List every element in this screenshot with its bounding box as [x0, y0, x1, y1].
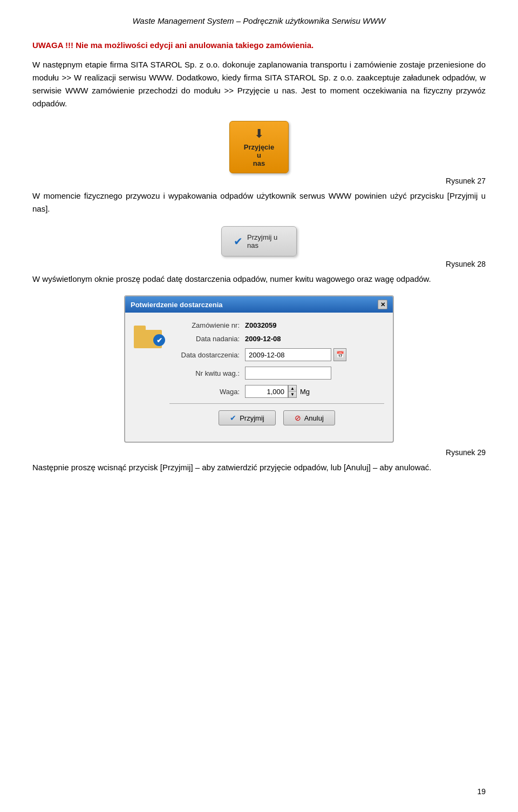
waybill-label: Nr kwitu wag.: — [169, 369, 245, 377]
download-icon: ⬇ — [254, 127, 264, 141]
send-date-label: Data nadania: — [169, 335, 245, 343]
cancel-button-label: Anuluj — [304, 414, 324, 422]
warning-text: UWAGA !!! Nie ma możliwości edycji ani a… — [32, 40, 486, 50]
dialog-content: ✔ Zamówienie nr: Z0032059 Data nadania: … — [125, 313, 393, 442]
weight-input-group: ▲ ▼ Mg — [245, 385, 310, 398]
body-paragraph-3: W wyświetlonym oknie proszę podać datę d… — [32, 273, 486, 286]
weight-spinner[interactable]: ▲ ▼ — [288, 385, 297, 398]
waybill-input[interactable] — [245, 367, 331, 380]
weight-label: Waga: — [169, 388, 245, 396]
figure-28: ✔ Przyjmij u nas — [32, 226, 486, 256]
dialog-icon-area: ✔ — [134, 321, 162, 433]
dialog-buttons: ✔ Przyjmij ⊘ Anuluj — [169, 410, 384, 433]
delivery-date-label: Data dostarczenia: — [169, 351, 245, 359]
przyjecie-button-label: Przyjęcie unas — [242, 143, 276, 167]
cancel-icon: ⊘ — [295, 414, 301, 422]
weight-input[interactable] — [245, 385, 288, 398]
folder-icon: ✔ — [134, 326, 162, 348]
figure-caption-29: Rysunek 29 — [32, 448, 486, 457]
dialog-box: Potwierdzenie dostarczenia ✕ ✔ Zamówieni… — [124, 295, 394, 443]
send-date-row: Data nadania: 2009-12-08 — [169, 335, 384, 343]
body-paragraph-2: W momencie fizycznego przywozu i wypakow… — [32, 190, 486, 215]
przyjmij-button-image[interactable]: ✔ Przyjmij u nas — [221, 226, 297, 256]
page-header: Waste Management System – Podręcznik uży… — [32, 16, 486, 25]
order-label: Zamówienie nr: — [169, 321, 245, 329]
order-value: Z0032059 — [245, 321, 277, 329]
calendar-button[interactable]: 📅 — [333, 348, 346, 361]
figure-27: ⬇ Przyjęcie unas — [32, 121, 486, 173]
waybill-row: Nr kwitu wag.: — [169, 367, 384, 380]
weight-up-button[interactable]: ▲ — [289, 385, 296, 392]
accept-button[interactable]: ✔ Przyjmij — [219, 410, 276, 425]
delivery-date-input-group: 📅 — [245, 348, 346, 361]
figure-29: Potwierdzenie dostarczenia ✕ ✔ Zamówieni… — [32, 295, 486, 443]
dialog-title: Potwierdzenie dostarczenia — [131, 301, 223, 309]
przyjmij-button-label: Przyjmij u nas — [247, 233, 284, 249]
figure-caption-28: Rysunek 28 — [32, 260, 486, 268]
page-number: 19 — [477, 787, 486, 796]
accept-button-label: Przyjmij — [240, 414, 264, 422]
dialog-fields: Zamówienie nr: Z0032059 Data nadania: 20… — [169, 321, 384, 433]
folder-check-icon: ✔ — [153, 334, 165, 346]
przyjecie-button-image[interactable]: ⬇ Przyjęcie unas — [229, 121, 289, 173]
weight-row: Waga: ▲ ▼ Mg — [169, 385, 384, 398]
weight-down-button[interactable]: ▼ — [289, 392, 296, 398]
delivery-date-input[interactable] — [245, 348, 331, 361]
body-paragraph-1: W następnym etapie firma SITA STAROL Sp.… — [32, 58, 486, 110]
calendar-icon: 📅 — [336, 351, 344, 358]
figure-caption-27: Rysunek 27 — [32, 177, 486, 185]
weight-unit: Mg — [300, 388, 310, 396]
checkmark-icon: ✔ — [234, 235, 243, 248]
order-row: Zamówienie nr: Z0032059 — [169, 321, 384, 329]
body-paragraph-4: Następnie proszę wcisnąć przycisk [Przyj… — [32, 461, 486, 474]
dialog-separator — [169, 403, 384, 404]
send-date-value: 2009-12-08 — [245, 335, 281, 343]
delivery-date-row: Data dostarczenia: 📅 — [169, 348, 384, 361]
dialog-title-bar: Potwierdzenie dostarczenia ✕ — [125, 296, 393, 313]
cancel-button[interactable]: ⊘ Anuluj — [283, 410, 335, 425]
accept-icon: ✔ — [230, 414, 236, 422]
dialog-close-button[interactable]: ✕ — [378, 300, 387, 309]
